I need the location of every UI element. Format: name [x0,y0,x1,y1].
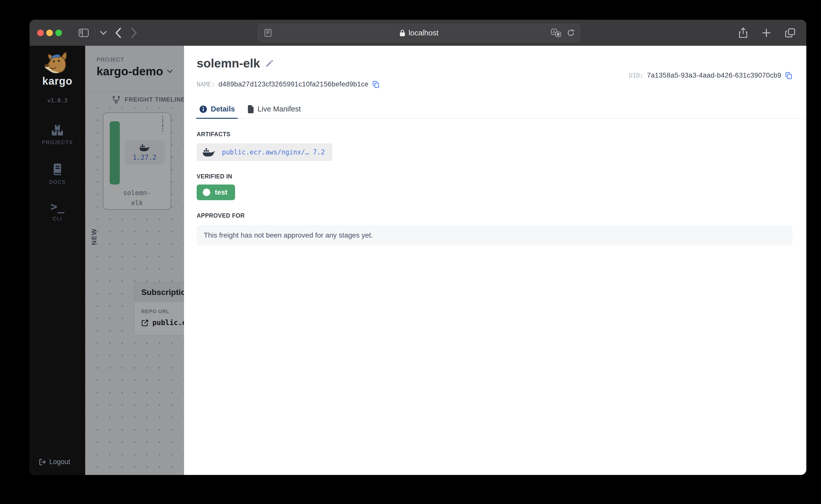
tab-label: Live Manifest [258,105,301,113]
copy-icon[interactable] [372,81,380,88]
copy-icon[interactable] [785,72,792,79]
app-sidebar: kargo v1.0.3 PROJECTS [30,46,85,475]
approved-for-message: This freight has not been approved for a… [197,225,792,245]
titlebar-divider [95,27,96,38]
svg-text:A: A [553,30,556,35]
url-text: localhost [408,29,438,37]
url-bar[interactable]: localhost A [258,24,580,42]
name-label: NAME: [197,81,215,88]
kargo-logo [42,51,73,77]
projects-icon [51,124,64,136]
artifacts-heading: ARTIFACTS [197,131,792,138]
browser-titlebar: localhost A [30,20,806,46]
chevron-down-icon[interactable] [100,31,107,35]
new-tab-icon[interactable] [762,28,771,37]
freight-timeline-canvas: NEW ⋮⋮⋮ 1.27.2 [85,107,184,475]
translate-icon[interactable]: A [551,29,561,37]
stage-name: test [215,188,227,196]
logout-label: Logout [49,458,70,466]
close-window-button[interactable] [37,30,44,36]
browser-window: localhost A [30,20,806,475]
tab-live-manifest[interactable]: Live Manifest [244,102,304,118]
drawer-backdrop[interactable] [85,46,184,475]
minimize-window-button[interactable] [46,30,53,36]
sidebar-item-label: CLI [53,216,62,222]
terminal-icon: >_ [50,201,64,212]
artifact-link: public.ecr.aws/nginx/… 7.2 [222,148,325,156]
docs-icon [51,163,64,176]
app-version: v1.0.3 [47,97,67,104]
sidebar-item-cli[interactable]: >_ CLI [50,201,64,222]
freight-title: solemn-elk [197,56,260,70]
sidebar-toggle-icon[interactable] [79,29,89,37]
verified-stage-badge[interactable]: test [197,185,235,200]
uid-row: UID: 7a1358a5-93a3-4aad-b426-631c39070cb… [629,72,792,79]
forward-button[interactable] [131,28,137,38]
name-row: NAME: d489ba27d123cf3265991c10fa2156befe… [197,80,792,88]
verified-seal-icon [202,188,211,197]
sidebar-item-docs[interactable]: DOCS [49,163,66,185]
tab-details[interactable]: Details [196,102,238,118]
approved-for-heading: APPROVED FOR [197,212,792,219]
share-icon[interactable] [739,27,748,38]
logout-icon [39,458,46,466]
drawer-tabs: Details Live Manifest [196,102,806,119]
reload-icon[interactable] [567,29,575,37]
name-value: d489ba27d123cf3265991c10fa2156befed9b1ce [218,80,369,88]
sidebar-item-projects[interactable]: PROJECTS [42,124,73,145]
artifact-chip[interactable]: public.ecr.aws/nginx/… 7.2 [197,143,332,161]
tab-label: Details [211,105,235,113]
reader-view-icon[interactable] [264,29,272,37]
lock-icon [399,29,405,37]
zoom-window-button[interactable] [55,30,62,36]
tab-overview-icon[interactable] [785,28,795,37]
project-page-strip: PROJECT kargo-demo FRE [85,46,184,475]
file-icon [247,105,254,113]
sidebar-item-label: DOCS [49,179,66,185]
uid-label: UID: [629,72,644,79]
sidebar-item-label: PROJECTS [42,140,73,145]
uid-value: 7a1358a5-93a3-4aad-b426-631c39070cb9 [647,72,781,79]
edit-pencil-icon[interactable] [265,59,274,68]
kargo-wordmark: kargo [42,75,72,87]
back-button[interactable] [115,28,121,38]
freight-details-drawer: solemn-elk UID: 7a1358a5-93a3-4aad-b426-… [184,46,806,475]
traffic-lights [37,30,62,36]
logout-button[interactable]: Logout [39,458,70,466]
info-icon [199,105,207,113]
verified-in-heading: VERIFIED IN [197,173,792,180]
docker-icon [202,147,215,157]
